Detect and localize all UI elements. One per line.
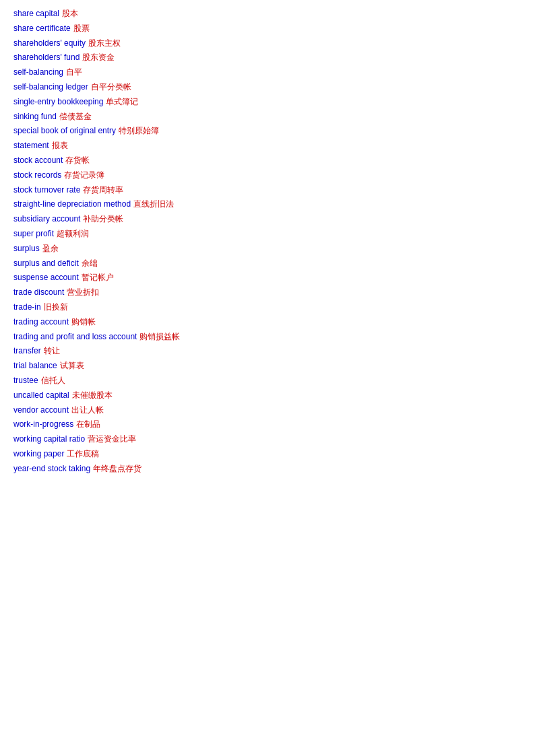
zh-term: 报表 [52,141,68,150]
zh-term: 暂记帐户 [82,273,114,282]
glossary-list: share capital股本share certificate股票shareh… [13,7,522,476]
en-term: trustee [13,376,38,385]
en-term: super profit [13,229,54,238]
zh-term: 偿债基金 [59,112,92,121]
en-term: share capital [13,9,59,18]
en-term: uncalled capital [13,390,69,400]
en-term: trade-in [13,302,41,312]
en-term: share certificate [13,24,71,33]
en-term: suspense account [13,273,79,282]
en-term: self-balancing ledger [13,82,88,92]
zh-term: 存货记录簿 [64,170,104,180]
en-term: stock records [13,170,61,180]
zh-term: 购销损益帐 [139,332,180,341]
zh-term: 存货周转率 [83,185,123,195]
zh-term: 营运资金比率 [88,434,136,444]
list-item: super profit超额利润 [13,227,522,241]
list-item: stock account存货帐 [13,153,522,168]
zh-term: 超额利润 [57,229,89,238]
en-term: straight-line depreciation method [13,199,131,209]
list-item: trustee信托人 [13,374,522,388]
en-term: working paper [13,449,64,458]
zh-term: 旧换新 [44,302,68,312]
en-term: year-end stock taking [13,464,90,473]
list-item: shareholders' equity股东主权 [13,36,522,50]
list-item: stock records存货记录簿 [13,168,522,182]
list-item: statement报表 [13,139,522,153]
zh-term: 年终盘点存货 [93,464,141,473]
en-term: special book of original entry [13,126,116,135]
zh-term: 特别原始簿 [119,126,159,135]
en-term: transfer [13,346,41,355]
en-term: trading account [13,317,69,327]
zh-term: 转让 [44,346,60,355]
zh-term: 自平 [66,67,82,77]
list-item: suspense account暂记帐户 [13,271,522,285]
list-item: surplus盈余 [13,242,522,256]
list-item: working paper工作底稿 [13,447,522,461]
zh-term: 存货帐 [65,156,90,165]
en-term: single-entry bookkeeping [13,97,103,106]
list-item: self-balancing ledger自平分类帐 [13,80,522,94]
en-term: statement [13,141,49,150]
list-item: vendor account出让人帐 [13,403,522,417]
zh-term: 自平分类帐 [91,82,131,92]
list-item: trading account购销帐 [13,315,522,329]
zh-term: 在制品 [76,419,100,429]
list-item: trade discount营业折扣 [13,285,522,300]
list-item: trial balance试算表 [13,359,522,373]
list-item: single-entry bookkeeping单式簿记 [13,95,522,109]
zh-term: 试算表 [60,361,84,370]
en-term: trading and profit and loss account [13,332,137,341]
list-item: self-balancing自平 [13,65,522,79]
en-term: subsidiary account [13,214,80,224]
list-item: transfer转让 [13,344,522,358]
list-item: uncalled capital未催缴股本 [13,388,522,403]
en-term: self-balancing [13,67,63,77]
list-item: year-end stock taking年终盘点存货 [13,462,522,476]
en-term: trade discount [13,287,64,297]
en-term: working capital ratio [13,434,85,444]
list-item: work-in-progress在制品 [13,417,522,432]
list-item: trade-in旧换新 [13,300,522,314]
zh-term: 未催缴股本 [72,390,113,400]
list-item: special book of original entry特别原始簿 [13,124,522,138]
zh-term: 余绌 [82,259,98,268]
zh-term: 工作底稿 [67,449,99,458]
list-item: sinking fund偿债基金 [13,110,522,124]
zh-term: 股东资金 [82,53,115,62]
en-term: trial balance [13,361,57,370]
list-item: surplus and deficit余绌 [13,256,522,271]
list-item: shareholders' fund股东资金 [13,50,522,65]
zh-term: 股票 [73,24,90,33]
zh-term: 直线折旧法 [133,199,174,209]
list-item: share certificate股票 [13,22,522,36]
zh-term: 出让人帐 [71,405,104,415]
en-term: stock account [13,156,63,165]
list-item: trading and profit and loss account购销损益帐 [13,330,522,344]
en-term: work-in-progress [13,419,73,429]
zh-term: 股东主权 [88,38,121,48]
list-item: subsidiary account补助分类帐 [13,212,522,226]
zh-term: 补助分类帐 [83,214,123,224]
zh-term: 单式簿记 [106,97,138,106]
zh-term: 营业折扣 [67,287,99,297]
en-term: surplus [13,244,40,253]
zh-term: 信托人 [41,376,65,385]
zh-term: 盈余 [42,244,59,253]
list-item: straight-line depreciation method直线折旧法 [13,197,522,211]
zh-term: 股本 [62,9,78,18]
en-term: surplus and deficit [13,259,79,268]
en-term: shareholders' fund [13,53,80,62]
list-item: share capital股本 [13,7,522,21]
en-term: shareholders' equity [13,38,86,48]
list-item: working capital ratio营运资金比率 [13,432,522,446]
list-item: stock turnover rate存货周转率 [13,183,522,197]
en-term: vendor account [13,405,69,415]
en-term: stock turnover rate [13,185,80,195]
en-term: sinking fund [13,112,57,121]
zh-term: 购销帐 [71,317,96,327]
